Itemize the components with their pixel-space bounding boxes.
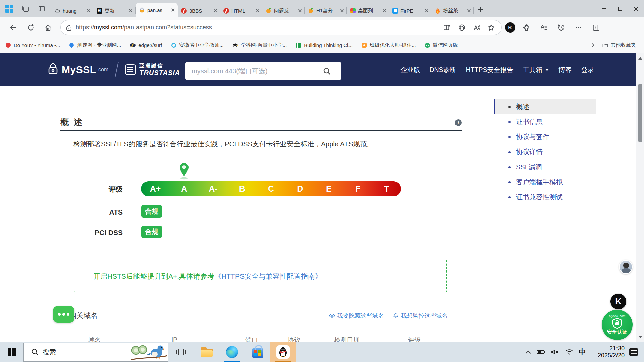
history-icon[interactable]	[556, 22, 566, 33]
other-favorites-folder[interactable]: 其他收藏夹	[602, 42, 636, 48]
tab-close-icon[interactable]	[467, 9, 471, 13]
favorite-star-icon[interactable]	[486, 22, 496, 33]
more-menu-icon[interactable]	[574, 22, 584, 33]
volume-muted-icon[interactable]	[548, 342, 562, 362]
tab-h1pan[interactable]: H1盘分	[305, 4, 347, 17]
url-text[interactable]: https://myssl.com/pan.astpan.com?status=…	[76, 24, 437, 31]
browser-essentials-icon[interactable]	[457, 22, 467, 33]
split-screen-icon[interactable]	[442, 22, 452, 33]
new-tab-button[interactable]	[476, 5, 486, 15]
back-icon[interactable]	[8, 22, 18, 33]
window-close-button[interactable]	[628, 0, 644, 17]
menu-ssl-vulnerabilities[interactable]: SSL漏洞	[494, 160, 596, 175]
windows-logo-icon[interactable]	[5, 4, 14, 13]
tab-gengxin[interactable]: Hi 更新 -	[93, 4, 136, 17]
home-icon[interactable]	[43, 22, 53, 33]
tab-wenti[interactable]: 问题反	[262, 4, 305, 17]
address-bar[interactable]: https://myssl.com/pan.astpan.com?status=…	[60, 20, 502, 35]
tab-close-icon[interactable]	[171, 8, 175, 12]
nav-enterprise[interactable]: 企业版	[400, 65, 420, 74]
bookmark-xkw[interactable]: 学科网-海量中小学...	[232, 42, 287, 48]
tab-close-icon[interactable]	[129, 9, 133, 13]
bookmark-cesuwang[interactable]: 测速网 - 专业测网...	[69, 42, 121, 48]
myssl-cert-badge[interactable]: MySSL.com 安全认证	[602, 310, 633, 340]
tab-close-icon[interactable]	[425, 9, 429, 13]
tab-close-icon[interactable]	[87, 9, 91, 13]
nav-toolbox[interactable]: 工具箱	[523, 65, 549, 74]
minimize-button[interactable]	[596, 0, 612, 17]
extensions-puzzle-icon[interactable]	[521, 22, 531, 33]
notification-center-icon[interactable]	[629, 348, 638, 356]
hidden-icons-chevron-icon[interactable]	[523, 342, 534, 362]
tab-title: 桌面列	[358, 8, 380, 14]
taskbar-search-box[interactable]: 搜索	[23, 343, 168, 362]
nav-https-report[interactable]: HTTPS安全报告	[466, 65, 514, 74]
bookmark-wechat[interactable]: 微信网页版	[424, 42, 458, 48]
support-avatar[interactable]	[619, 260, 633, 274]
k-logo-button[interactable]: K	[610, 294, 626, 309]
site-search-box[interactable]: myssl.com:443(端口可选)	[185, 62, 341, 80]
tab-firpe[interactable]: FirPE	[389, 4, 431, 17]
bookmark-anhui[interactable]: 安徽省中小学教师...	[171, 42, 224, 48]
tab-close-icon[interactable]	[256, 9, 260, 13]
ms-store-button[interactable]	[245, 342, 270, 362]
wifi-icon[interactable]	[562, 342, 576, 362]
tab-huang[interactable]: huang	[51, 4, 93, 17]
start-button[interactable]	[0, 342, 23, 362]
menu-cert-compatibility[interactable]: 证书兼容性测试	[494, 190, 596, 205]
bookmark-surf[interactable]: edge://surf	[130, 42, 162, 48]
edge-browser-button[interactable]	[219, 342, 245, 362]
qq-button[interactable]	[270, 342, 296, 362]
nav-blog[interactable]: 博客	[558, 65, 572, 74]
tab-fensi[interactable]: 粉丝茶	[431, 4, 474, 17]
menu-protocol-suites[interactable]: 协议与套件	[494, 129, 596, 144]
bookmark-label: 学科网-海量中小学...	[241, 42, 287, 48]
tab-close-icon[interactable]	[298, 9, 302, 13]
ime-indicator[interactable]: 中	[576, 347, 588, 357]
task-view-button[interactable]	[168, 342, 194, 362]
file-explorer-button[interactable]	[194, 342, 219, 362]
tab-close-icon[interactable]	[382, 9, 386, 13]
bookmarks-overflow-chevron-icon[interactable]	[590, 43, 594, 47]
workspaces-icon[interactable]	[21, 4, 30, 13]
monitor-domains-link[interactable]: 我想监控这些域名	[393, 312, 448, 320]
scrollbar-thumb[interactable]	[638, 84, 642, 142]
page-scrollbar[interactable]	[636, 53, 644, 342]
scroll-up-icon[interactable]	[638, 57, 642, 60]
tab-zhuomian[interactable]: 桌面列	[347, 4, 389, 17]
menu-overview[interactable]: 概述	[494, 99, 596, 114]
menu-cert-info[interactable]: 证书信息	[494, 114, 596, 129]
floating-more-button[interactable]	[53, 306, 74, 323]
sidebar-toggle-icon[interactable]	[591, 22, 601, 33]
bookmark-banji[interactable]: 班级优化大师-抓住...	[361, 42, 416, 48]
tab-html[interactable]: HTML	[220, 4, 262, 17]
overview-title: 概 述	[60, 117, 84, 128]
bookmark-doyou[interactable]: Do You? - Yiruma -...	[5, 42, 60, 48]
tab-close-icon[interactable]	[213, 9, 217, 13]
scroll-down-icon[interactable]	[638, 336, 642, 338]
myssl-logo[interactable]: MySSL .com	[47, 62, 108, 77]
info-icon[interactable]: i	[455, 119, 462, 126]
tab-3bbs[interactable]: 3BBS	[178, 4, 220, 17]
hide-domains-link[interactable]: 我要隐藏这些域名	[329, 312, 384, 320]
favorites-list-icon[interactable]	[539, 22, 549, 33]
tab-pan-active[interactable]: pan.as	[136, 3, 178, 17]
trustasia-en-label: TRUSTASIA	[139, 69, 180, 77]
battery-icon[interactable]	[534, 342, 548, 362]
taskbar-clock[interactable]: 21:30 2025/2/20	[588, 345, 625, 359]
nav-login[interactable]: 登录	[581, 65, 594, 74]
menu-protocol-details[interactable]: 协议详情	[494, 144, 596, 160]
trustasia-logo[interactable]: 亞洲誠信 TRUSTASIA	[125, 63, 180, 77]
refresh-icon[interactable]	[25, 22, 36, 33]
site-search-button[interactable]	[312, 62, 341, 80]
vertical-tabs-icon[interactable]	[37, 4, 46, 13]
nav-dns[interactable]: DNS诊断	[429, 65, 456, 74]
read-aloud-icon[interactable]	[471, 22, 481, 33]
hsts-guide-link[interactable]: 《HTTPS安全与兼容性配置指南》	[214, 272, 322, 281]
profile-avatar[interactable]: K	[505, 22, 515, 33]
restore-button[interactable]	[612, 0, 628, 17]
tab-close-icon[interactable]	[340, 9, 344, 13]
menu-client-handshake[interactable]: 客户端握手模拟	[494, 175, 596, 190]
tab-title: huang	[63, 8, 84, 14]
bookmark-building[interactable]: Building Thinking Cl...	[296, 42, 353, 48]
